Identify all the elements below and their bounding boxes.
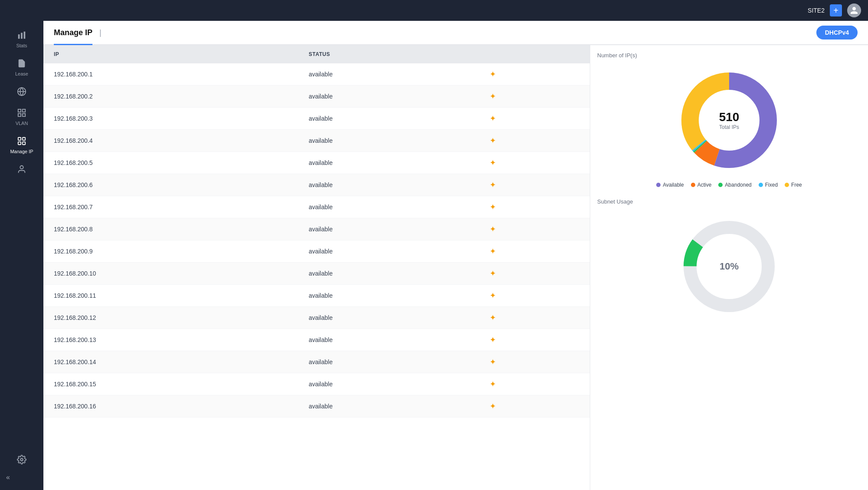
status-cell: available: [298, 240, 479, 263]
user-icon: [17, 164, 26, 175]
status-cell: available: [298, 63, 479, 86]
action-cell: ✦: [479, 174, 590, 196]
ip-chart-section: Number of IP(s) 510 Total IPs AvailableA…: [597, 52, 861, 188]
table-row: 192.168.200.1 available ✦: [43, 63, 590, 86]
sidebar-item-lease[interactable]: Lease: [3, 54, 41, 81]
status-cell: available: [298, 351, 479, 373]
row-settings-icon[interactable]: ✦: [490, 114, 496, 123]
sidebar-item-globe[interactable]: [3, 82, 41, 102]
ip-cell: 192.168.200.9: [43, 240, 298, 263]
table-row: 192.168.200.7 available ✦: [43, 196, 590, 218]
status-cell: available: [298, 86, 479, 108]
settings-gear-icon: [17, 455, 26, 466]
ip-donut-center: 510 Total IPs: [719, 110, 740, 130]
svg-rect-8: [23, 114, 25, 116]
table-row: 192.168.200.12 available ✦: [43, 307, 590, 329]
sidebar-item-vlan[interactable]: VLAN: [3, 104, 41, 130]
ip-cell: 192.168.200.5: [43, 152, 298, 174]
legend-label: Fixed: [765, 182, 778, 188]
row-settings-icon[interactable]: ✦: [490, 269, 496, 278]
ip-cell: 192.168.200.12: [43, 307, 298, 329]
svg-rect-7: [18, 114, 21, 116]
lease-icon: [17, 59, 26, 69]
row-settings-icon[interactable]: ✦: [490, 358, 496, 366]
stats-icon: [17, 30, 26, 41]
row-settings-icon[interactable]: ✦: [490, 136, 496, 145]
sidebar-bottom: «: [3, 451, 41, 485]
row-settings-icon[interactable]: ✦: [490, 158, 496, 167]
action-cell: ✦: [479, 395, 590, 418]
table-row: 192.168.200.2 available ✦: [43, 86, 590, 108]
globe-icon: [17, 87, 26, 98]
ip-cell: 192.168.200.11: [43, 285, 298, 307]
add-button[interactable]: +: [830, 4, 842, 16]
dhcp-button[interactable]: DHCPv4: [816, 26, 858, 39]
action-cell: ✦: [479, 152, 590, 174]
sidebar: Stats Lease VLAN Manage IP: [0, 21, 43, 490]
sidebar-item-user[interactable]: [3, 160, 41, 180]
row-settings-icon[interactable]: ✦: [490, 203, 496, 211]
row-settings-icon[interactable]: ✦: [490, 247, 496, 256]
status-cell: available: [298, 329, 479, 351]
action-cell: ✦: [479, 373, 590, 395]
svg-rect-0: [18, 34, 20, 39]
row-settings-icon[interactable]: ✦: [490, 402, 496, 411]
action-cell: ✦: [479, 240, 590, 263]
action-cell: ✦: [479, 351, 590, 373]
legend-dot: [759, 183, 763, 187]
ip-chart-legend: AvailableActiveAbandonedFixedFree: [656, 182, 802, 188]
action-cell: ✦: [479, 108, 590, 130]
ip-cell: 192.168.200.13: [43, 329, 298, 351]
table-row: 192.168.200.11 available ✦: [43, 285, 590, 307]
action-cell: ✦: [479, 86, 590, 108]
action-cell: ✦: [479, 130, 590, 152]
status-cell: available: [298, 152, 479, 174]
svg-rect-5: [18, 109, 21, 112]
status-cell: available: [298, 263, 479, 285]
legend-dot: [691, 183, 695, 187]
table-row: 192.168.200.13 available ✦: [43, 329, 590, 351]
ip-cell: 192.168.200.3: [43, 108, 298, 130]
ip-donut-wrapper: 510 Total IPs: [673, 64, 786, 177]
status-cell: available: [298, 373, 479, 395]
vlan-icon: [17, 108, 26, 119]
row-settings-icon[interactable]: ✦: [490, 225, 496, 233]
legend-item: Fixed: [759, 182, 778, 188]
ip-cell: 192.168.200.2: [43, 86, 298, 108]
svg-point-13: [20, 166, 23, 169]
col-header-ip: IP: [43, 45, 298, 63]
row-settings-icon[interactable]: ✦: [490, 70, 496, 79]
subnet-donut-wrapper: 10%: [673, 210, 786, 323]
sidebar-item-settings[interactable]: [3, 451, 41, 470]
action-cell: ✦: [479, 307, 590, 329]
subnet-chart-section: Subnet Usage 10%: [597, 198, 861, 323]
avatar[interactable]: [847, 3, 861, 17]
status-cell: available: [298, 285, 479, 307]
app-body: Stats Lease VLAN Manage IP: [0, 21, 868, 490]
row-settings-icon[interactable]: ✦: [490, 380, 496, 388]
legend-dot: [718, 183, 723, 187]
ip-total-label: Total IPs: [719, 124, 740, 130]
collapse-button[interactable]: «: [3, 470, 41, 485]
ip-cell: 192.168.200.10: [43, 263, 298, 285]
title-divider: |: [99, 28, 102, 37]
table-row: 192.168.200.10 available ✦: [43, 263, 590, 285]
row-settings-icon[interactable]: ✦: [490, 313, 496, 322]
sidebar-item-manage-ip[interactable]: Manage IP: [3, 132, 41, 158]
row-settings-icon[interactable]: ✦: [490, 291, 496, 300]
row-settings-icon[interactable]: ✦: [490, 335, 496, 344]
sidebar-item-stats[interactable]: Stats: [3, 26, 41, 53]
svg-rect-12: [23, 142, 25, 145]
legend-label: Abandoned: [725, 182, 751, 188]
svg-rect-10: [23, 138, 25, 140]
row-settings-icon[interactable]: ✦: [490, 92, 496, 101]
legend-item: Free: [785, 182, 802, 188]
table-row: 192.168.200.4 available ✦: [43, 130, 590, 152]
action-cell: ✦: [479, 263, 590, 285]
site-label: SITE2: [808, 7, 825, 14]
status-cell: available: [298, 307, 479, 329]
row-settings-icon[interactable]: ✦: [490, 181, 496, 189]
ip-cell: 192.168.200.6: [43, 174, 298, 196]
subnet-chart-container: 10%: [597, 210, 861, 323]
action-cell: ✦: [479, 218, 590, 240]
